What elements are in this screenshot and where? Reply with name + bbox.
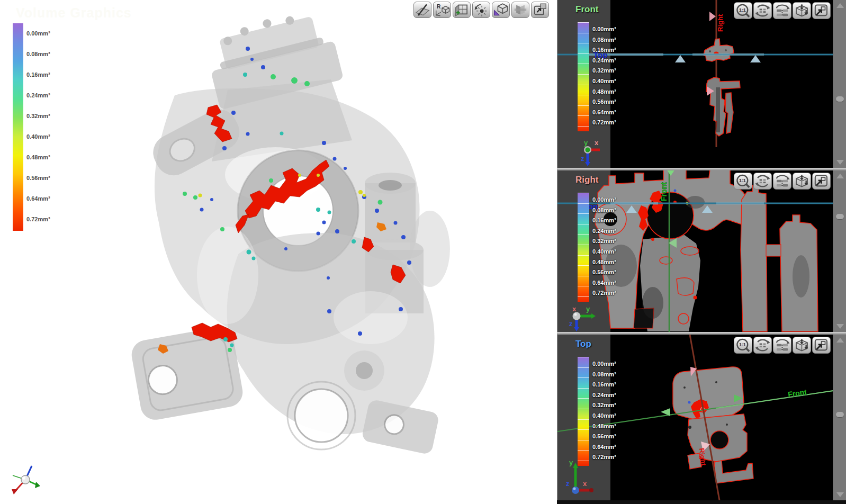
legend-label: 0.32mm³ [592, 402, 616, 408]
legend-label: 0.64mm³ [592, 280, 616, 286]
front-scrollbar[interactable] [833, 0, 846, 168]
legend-label: 0.08mm³ [26, 51, 50, 57]
measurement-cube-button[interactable] [492, 2, 510, 18]
legend-label: 0.56mm³ [592, 433, 616, 439]
scroll-down-icon[interactable] [836, 324, 844, 329]
reset-registration-button[interactable]: R [433, 2, 451, 18]
svg-text:x: x [583, 480, 587, 488]
slice-sync-button[interactable] [753, 2, 772, 19]
svg-text:x: x [572, 305, 577, 313]
merge-view-button[interactable] [511, 2, 529, 18]
svg-text:z: z [581, 155, 584, 163]
legend-label: 0.72mm³ [592, 119, 616, 125]
panel-top-title: Top [575, 339, 591, 349]
legend-label: 0.32mm³ [26, 113, 50, 119]
legend-label: 0.32mm³ [592, 238, 616, 244]
right-panel-toolbar: 1:1 [734, 173, 831, 190]
part-3d-rendering[interactable] [0, 0, 554, 504]
legend-label: 0.08mm³ [592, 37, 616, 43]
legend-label: 0.48mm³ [592, 88, 616, 95]
legend-label: 0.40mm³ [592, 412, 616, 419]
slice-position-button[interactable] [773, 337, 791, 354]
axis-front-label: Front [787, 388, 807, 399]
dock-view-button[interactable] [812, 337, 831, 354]
legend-label: 0.64mm³ [592, 444, 616, 450]
front-panel-toolbar: 1:1 [734, 2, 831, 19]
legend-label: 0.00mm³ [26, 30, 50, 37]
panel-separator[interactable] [557, 168, 846, 170]
right-slice-image [595, 170, 818, 331]
svg-text:x: x [595, 139, 599, 147]
legend-label: 0.24mm³ [26, 92, 50, 98]
svg-text:1:1: 1:1 [739, 7, 746, 13]
scroll-up-icon[interactable] [836, 3, 844, 8]
scroll-up-icon[interactable] [836, 338, 844, 343]
slice-handle-triangle[interactable] [661, 408, 670, 416]
zoom-1-1-button[interactable]: 1:1 [734, 337, 752, 354]
top-scrollbar[interactable] [833, 335, 846, 500]
fit-view-button[interactable] [793, 337, 811, 354]
top-axis-gizmo: y z x [564, 457, 601, 499]
bottom-strip [557, 500, 846, 504]
panel-top: Front Right Top 0.00mm³0.08mm³0.16mm³0.2… [557, 335, 846, 500]
svg-text:y: y [584, 139, 588, 147]
legend-label: 0.32mm³ [592, 67, 616, 74]
legend-label: 0.48mm³ [26, 154, 50, 160]
main-toolbar: R [413, 2, 549, 18]
legend-label: 0.56mm³ [592, 98, 616, 105]
legend-gradient-bar [578, 193, 589, 302]
zoom-1-1-button[interactable]: 1:1 [734, 2, 752, 19]
scroll-down-icon[interactable] [836, 160, 844, 165]
right-scrollbar[interactable] [833, 170, 846, 332]
svg-text:R: R [437, 4, 441, 10]
window-layout-button[interactable] [531, 2, 549, 18]
dock-view-button[interactable] [812, 2, 831, 19]
top-panel-toolbar: 1:1 [734, 337, 831, 354]
legend-label: 0.16mm³ [592, 381, 616, 388]
legend-label: 0.24mm³ [592, 392, 616, 398]
zoom-1-1-button[interactable]: 1:1 [734, 173, 752, 190]
legend-label: 0.56mm³ [26, 175, 50, 181]
legend-label: 0.72mm³ [592, 290, 616, 296]
legend-label: 0.48mm³ [592, 423, 616, 429]
slice-handle-triangle[interactable] [750, 55, 761, 62]
legend-label: 0.16mm³ [592, 217, 616, 223]
dock-view-button[interactable] [812, 173, 831, 190]
legend-label: 0.00mm³ [592, 196, 616, 203]
slice-handle-triangle[interactable] [709, 12, 716, 21]
scroll-thumb[interactable] [836, 96, 844, 102]
fit-view-button[interactable] [793, 2, 811, 19]
legend-label: 0.40mm³ [26, 133, 50, 140]
svg-text:z: z [566, 480, 570, 488]
legend-label: 0.00mm³ [592, 361, 616, 367]
slice-handle-triangle[interactable] [675, 55, 686, 62]
scroll-thumb[interactable] [836, 214, 844, 219]
slice-position-button[interactable] [773, 2, 791, 19]
panel-separator[interactable] [557, 332, 846, 335]
panel-front-title: Front [575, 4, 598, 15]
panel-front: Right Top Front 0.00mm³0.08mm³0.16mm³0.2… [557, 0, 846, 168]
svg-text:1:1: 1:1 [739, 342, 746, 347]
slice-sync-button[interactable] [753, 337, 772, 354]
clip-surface-button[interactable] [413, 2, 431, 18]
legend-label: 0.56mm³ [592, 269, 616, 275]
scroll-thumb[interactable] [836, 412, 844, 417]
main-3d-viewport[interactable]: Volume Graphics [0, 0, 554, 504]
legend-label: 0.16mm³ [26, 71, 50, 78]
svg-text:y: y [586, 305, 590, 313]
light-rotation-button[interactable] [472, 2, 490, 18]
panel-right: Front Top Right 0.00mm³0.08mm³0.16mm³0.2… [557, 170, 846, 332]
clipping-plane-button[interactable] [453, 2, 471, 18]
fit-view-button[interactable] [793, 173, 811, 190]
front-axis-gizmo: y x z [568, 137, 605, 167]
scroll-up-icon[interactable] [836, 174, 844, 178]
main-axis-gizmo [12, 466, 40, 494]
svg-text:1:1: 1:1 [739, 178, 746, 183]
scroll-down-icon[interactable] [836, 492, 844, 497]
slice-position-button[interactable] [773, 173, 791, 190]
crosshair-top-line-highlight [692, 53, 764, 56]
crosshair-top-line-highlight [716, 202, 764, 205]
legend-label: 0.48mm³ [592, 259, 616, 265]
legend-label: 0.08mm³ [592, 207, 616, 213]
slice-sync-button[interactable] [753, 173, 772, 190]
